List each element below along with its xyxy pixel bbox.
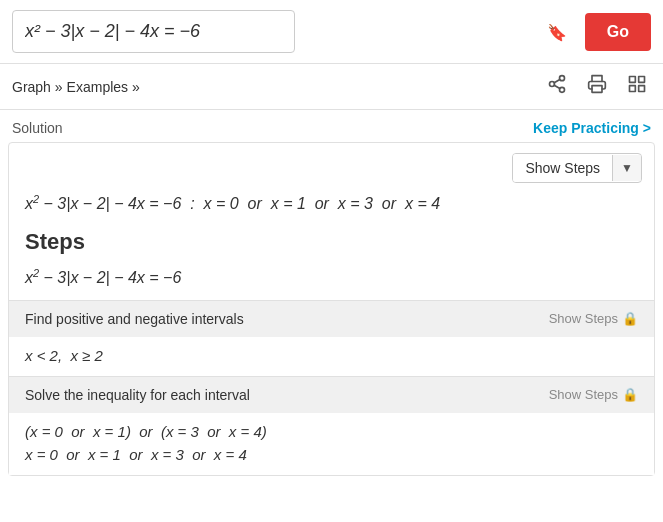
main-content: Show Steps ▼ x2 − 3|x − 2| − 4x = −6 : x… [8, 142, 655, 476]
svg-rect-5 [592, 86, 602, 93]
go-button[interactable]: Go [585, 13, 651, 51]
step-2-block: Solve the inequality for each interval S… [9, 376, 654, 475]
bookmark-icon[interactable]: 🔖 [547, 22, 567, 41]
step-1-show-steps-label: Show Steps [549, 311, 618, 326]
steps-heading: Steps [9, 225, 654, 263]
step-2-show-steps-label: Show Steps [549, 387, 618, 402]
step-2-content-line2: x = 0 or x = 1 or x = 3 or x = 4 [25, 446, 638, 463]
result-line: x2 − 3|x − 2| − 4x = −6 : x = 0 or x = 1… [9, 189, 654, 225]
expand-icon[interactable] [623, 72, 651, 101]
print-icon[interactable] [583, 72, 611, 101]
equation-input[interactable] [12, 10, 295, 53]
step-2-content: (x = 0 or x = 1) or (x = 3 or x = 4) x =… [9, 413, 654, 475]
result-equation: x2 − 3|x − 2| − 4x = −6 : x = 0 or x = 1… [25, 195, 440, 212]
step-1-content: x < 2, x ≥ 2 [9, 337, 654, 376]
show-steps-dropdown[interactable]: Show Steps ▼ [512, 153, 642, 183]
share-icon[interactable] [543, 72, 571, 101]
step-1-lock-icon: 🔒 [622, 311, 638, 326]
step-2-title: Solve the inequality for each interval [25, 387, 250, 403]
show-steps-label: Show Steps [513, 154, 612, 182]
step-1-show-steps-btn[interactable]: Show Steps 🔒 [549, 311, 638, 326]
step-2-lock-icon: 🔒 [622, 387, 638, 402]
nav-icons [543, 72, 651, 101]
svg-rect-7 [639, 77, 645, 83]
show-steps-arrow-icon: ▼ [612, 155, 641, 181]
svg-line-4 [554, 79, 560, 82]
show-steps-bar: Show Steps ▼ [9, 143, 654, 189]
svg-line-3 [554, 85, 560, 88]
step-2-header: Solve the inequality for each interval S… [9, 377, 654, 413]
examples-link[interactable]: Examples » [67, 79, 140, 95]
step-2-content-line1: (x = 0 or x = 1) or (x = 3 or x = 4) [25, 423, 638, 440]
keep-practicing-link[interactable]: Keep Practicing > [533, 120, 651, 136]
graph-link[interactable]: Graph » [12, 79, 63, 95]
step-1-block: Find positive and negative intervals Sho… [9, 300, 654, 376]
step-1-title: Find positive and negative intervals [25, 311, 244, 327]
step-2-show-steps-btn[interactable]: Show Steps 🔒 [549, 387, 638, 402]
input-wrapper: 🔖 [12, 10, 577, 53]
svg-rect-9 [639, 86, 645, 92]
input-bar: 🔖 Go [0, 0, 663, 64]
step-1-header: Find positive and negative intervals Sho… [9, 301, 654, 337]
solution-label: Solution [12, 120, 63, 136]
nav-links: Graph » Examples » [12, 79, 140, 95]
solution-header: Solution Keep Practicing > [0, 110, 663, 142]
svg-rect-8 [630, 86, 636, 92]
svg-rect-6 [630, 77, 636, 83]
equation-display: x2 − 3|x − 2| − 4x = −6 [9, 263, 654, 299]
nav-bar: Graph » Examples » [0, 64, 663, 110]
